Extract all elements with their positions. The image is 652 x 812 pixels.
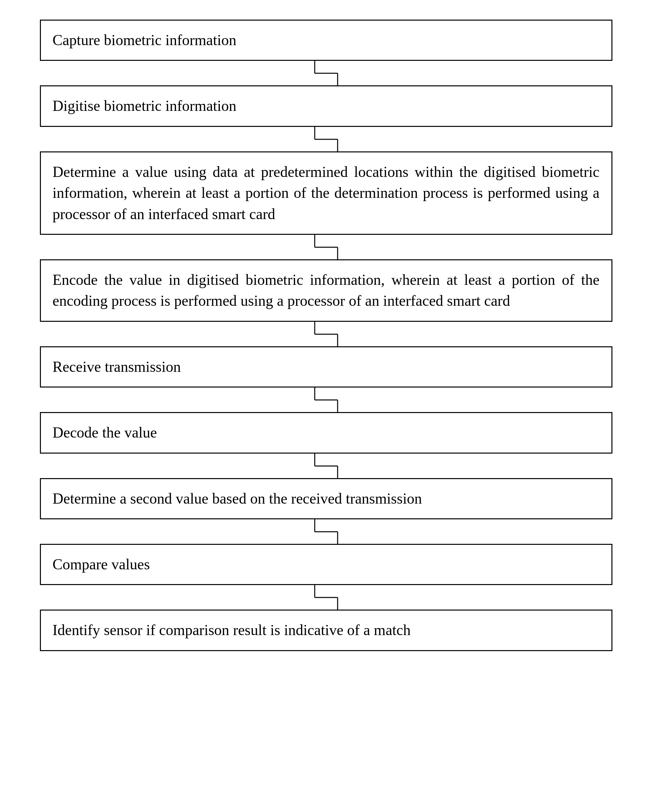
connector-5 — [40, 388, 612, 412]
flow-box-4: Encode the value in digitised biometric … — [40, 259, 612, 322]
flow-box-1: Capture biometric information — [40, 20, 612, 61]
flow-box-7: Determine a second value based on the re… — [40, 478, 612, 519]
flow-box-6: Decode the value — [40, 412, 612, 453]
connector-8 — [40, 585, 612, 610]
connector-3 — [40, 235, 612, 259]
flowchart: Capture biometric informationDigitise bi… — [40, 20, 612, 651]
connector-7 — [40, 519, 612, 544]
flow-box-3: Determine a value using data at predeter… — [40, 151, 612, 235]
connector-4 — [40, 322, 612, 346]
connector-6 — [40, 453, 612, 478]
connector-2 — [40, 127, 612, 151]
flow-box-9: Identify sensor if comparison result is … — [40, 610, 612, 651]
flow-box-8: Compare values — [40, 544, 612, 585]
flow-box-2: Digitise biometric information — [40, 85, 612, 127]
flow-box-5: Receive transmission — [40, 346, 612, 388]
connector-1 — [40, 61, 612, 85]
